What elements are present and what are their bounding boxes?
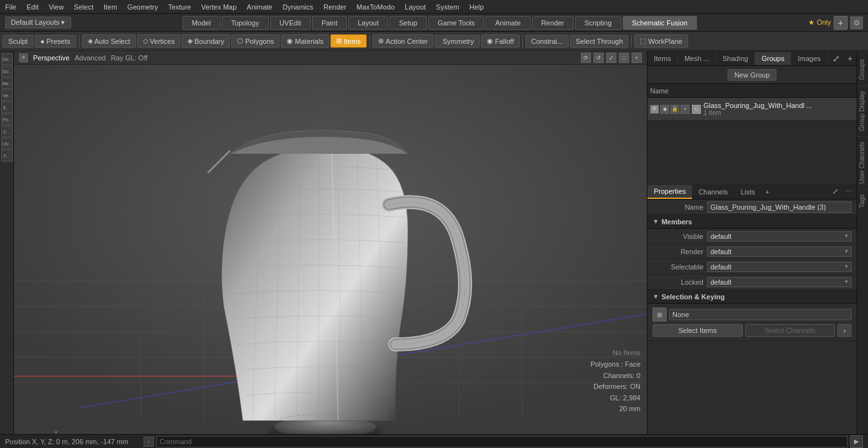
tab-render[interactable]: Render bbox=[532, 16, 574, 30]
viewport-menu-icon[interactable]: ≡ bbox=[19, 53, 28, 62]
select-channels-button[interactable]: Select Channels bbox=[745, 324, 836, 337]
materials-button[interactable]: ◉ Materials bbox=[281, 34, 329, 48]
layout-dropdown[interactable]: Default Layouts ▾ bbox=[5, 17, 71, 29]
sidebar-item-4[interactable]: Ve.. bbox=[1, 90, 13, 101]
group-item[interactable]: 👁 ◉ 🔒 + G Glass_Pouring_Jug_With_Handl .… bbox=[648, 98, 857, 121]
command-icon[interactable]: › bbox=[144, 437, 154, 447]
auto-select-button[interactable]: ◈ Auto Select bbox=[82, 34, 136, 48]
tab-gametools[interactable]: Game Tools bbox=[428, 16, 485, 30]
group-lock-icon[interactable]: 🔒 bbox=[670, 105, 679, 114]
render-dropdown[interactable]: default bbox=[707, 247, 851, 257]
menu-item[interactable]: Item bbox=[98, 2, 122, 12]
select-items-button[interactable]: Select Items bbox=[653, 324, 743, 337]
tab-uvedit[interactable]: UVEdit bbox=[270, 16, 311, 30]
menu-system[interactable]: System bbox=[431, 2, 465, 12]
edge-tab-tags[interactable]: Tags bbox=[857, 189, 868, 213]
edge-tab-groups[interactable]: Groups bbox=[857, 53, 868, 85]
viewport-btn-1[interactable]: ⟳ bbox=[581, 53, 591, 63]
sidebar-item-2[interactable]: Du.. bbox=[1, 65, 13, 77]
rp-tab-images[interactable]: Images bbox=[791, 52, 827, 65]
polygons-button[interactable]: ⬡ Polygons bbox=[231, 34, 280, 48]
tab-scripting[interactable]: Scripting bbox=[575, 16, 621, 30]
menu-dynamics[interactable]: Dynamics bbox=[278, 2, 318, 12]
rp-more-btn[interactable]: + bbox=[844, 52, 857, 65]
rp-expand-btn[interactable]: ⤢ bbox=[829, 52, 844, 65]
menu-view[interactable]: View bbox=[44, 2, 69, 12]
menu-vertexmap[interactable]: Vertex Map bbox=[196, 2, 242, 12]
menu-render[interactable]: Render bbox=[318, 2, 351, 12]
props-tab-properties[interactable]: Properties bbox=[648, 185, 692, 199]
menu-texture[interactable]: Texture bbox=[163, 2, 196, 12]
constraints-button[interactable]: Constrai... bbox=[526, 35, 569, 48]
menu-layout[interactable]: Layout bbox=[400, 2, 431, 12]
viewport-shading-label[interactable]: Advanced bbox=[74, 54, 105, 62]
symmetry-button[interactable]: Symmetry bbox=[435, 35, 480, 48]
props-tab-channels[interactable]: Channels bbox=[692, 186, 734, 198]
tab-setup[interactable]: Setup bbox=[390, 16, 427, 30]
sidebar-item-8[interactable]: UV.. bbox=[1, 138, 13, 149]
menu-geometry[interactable]: Geometry bbox=[122, 2, 163, 12]
viewport-btn-3[interactable]: ⤢ bbox=[606, 53, 616, 63]
viewport-btn-5[interactable]: + bbox=[632, 53, 642, 63]
props-expand-btn[interactable]: ⤢ bbox=[829, 186, 842, 197]
group-render-icon[interactable]: ◉ bbox=[660, 105, 669, 114]
falloff-button[interactable]: ◉ Falloff bbox=[481, 34, 520, 48]
select-through-button[interactable]: Select Through bbox=[570, 35, 628, 48]
presets-button[interactable]: ● Presets bbox=[35, 35, 76, 48]
sidebar-item-5[interactable]: E... bbox=[1, 102, 13, 113]
tab-paint[interactable]: Paint bbox=[312, 16, 347, 30]
add-layout-button[interactable]: + bbox=[834, 16, 848, 30]
tab-layout[interactable]: Layout bbox=[348, 16, 388, 30]
settings-icon[interactable]: ⚙ bbox=[850, 17, 863, 29]
tab-model[interactable]: Model bbox=[182, 16, 220, 30]
tab-animate[interactable]: Animate bbox=[485, 16, 530, 30]
sculpt-button[interactable]: Sculpt bbox=[3, 35, 34, 48]
viewport-btn-2[interactable]: ↺ bbox=[593, 53, 604, 63]
sidebar-item-7[interactable]: C... bbox=[1, 126, 13, 137]
props-tab-add[interactable]: + bbox=[761, 187, 773, 197]
menu-select[interactable]: Select bbox=[69, 2, 98, 12]
menu-maxtomodo[interactable]: MaxToModo bbox=[351, 2, 400, 12]
group-expand-icon[interactable]: + bbox=[681, 105, 689, 114]
rp-tab-groups[interactable]: Groups bbox=[755, 52, 791, 65]
viewport-canvas[interactable]: X Y Z No Items Polygons : Face Channels:… bbox=[14, 65, 647, 434]
sk-section-header[interactable]: ▼ Selection & Keying bbox=[648, 290, 857, 304]
name-input[interactable] bbox=[707, 201, 851, 213]
locked-dropdown[interactable]: default bbox=[707, 277, 851, 287]
visible-dropdown[interactable]: default bbox=[707, 231, 851, 241]
viewport-perspective-label[interactable]: Perspective bbox=[33, 54, 69, 62]
boundary-button[interactable]: ◈ Boundary bbox=[182, 34, 230, 48]
menu-edit[interactable]: Edit bbox=[22, 2, 44, 12]
command-input[interactable] bbox=[156, 436, 848, 447]
tab-topology[interactable]: Topology bbox=[222, 16, 269, 30]
rp-tab-items[interactable]: Items bbox=[648, 52, 678, 65]
sidebar-item-3[interactable]: Me.. bbox=[1, 78, 13, 89]
group-visibility-icon[interactable]: 👁 bbox=[650, 105, 659, 114]
edge-tab-user-channels[interactable]: User Channels bbox=[857, 136, 868, 189]
sk-grid-icon[interactable]: ⊞ bbox=[653, 308, 667, 322]
rp-tab-shading[interactable]: Shading bbox=[716, 52, 755, 65]
sidebar-item-6[interactable]: Po.. bbox=[1, 114, 13, 125]
sk-expand-button[interactable]: › bbox=[837, 324, 851, 337]
workplane-button[interactable]: ⬚ WorkPlane bbox=[634, 34, 688, 48]
menu-file[interactable]: File bbox=[0, 2, 22, 12]
new-group-button[interactable]: New Group bbox=[728, 69, 777, 81]
menu-animate[interactable]: Animate bbox=[241, 2, 277, 12]
menu-help[interactable]: Help bbox=[465, 2, 489, 12]
props-more-btn[interactable]: ⋯ bbox=[842, 186, 857, 197]
action-center-button[interactable]: ⊕ Action Center bbox=[372, 34, 434, 48]
tab-schematic-fusion[interactable]: Schematic Fusion bbox=[623, 16, 697, 30]
edge-tab-group-display[interactable]: Group Display bbox=[857, 85, 868, 136]
command-run-button[interactable]: ▶ bbox=[850, 435, 863, 448]
sidebar-item-1[interactable]: De.. bbox=[1, 53, 13, 65]
rp-tab-mesh[interactable]: Mesh ... bbox=[678, 52, 716, 65]
sidebar-item-9[interactable]: F... bbox=[1, 150, 13, 161]
vertices-button[interactable]: ◇ Vertices bbox=[137, 34, 180, 48]
members-section-header[interactable]: ▼ Members bbox=[648, 215, 857, 229]
items-button[interactable]: ⊞ Items bbox=[330, 34, 367, 48]
props-tab-lists[interactable]: Lists bbox=[735, 186, 762, 198]
selectable-dropdown[interactable]: default bbox=[707, 262, 851, 272]
viewport-channels: Channels: 0 bbox=[590, 370, 641, 382]
viewport-btn-4[interactable]: □ bbox=[619, 53, 629, 63]
viewport[interactable]: ≡ Perspective Advanced Ray GL: Off ⟳ ↺ ⤢… bbox=[14, 51, 647, 434]
